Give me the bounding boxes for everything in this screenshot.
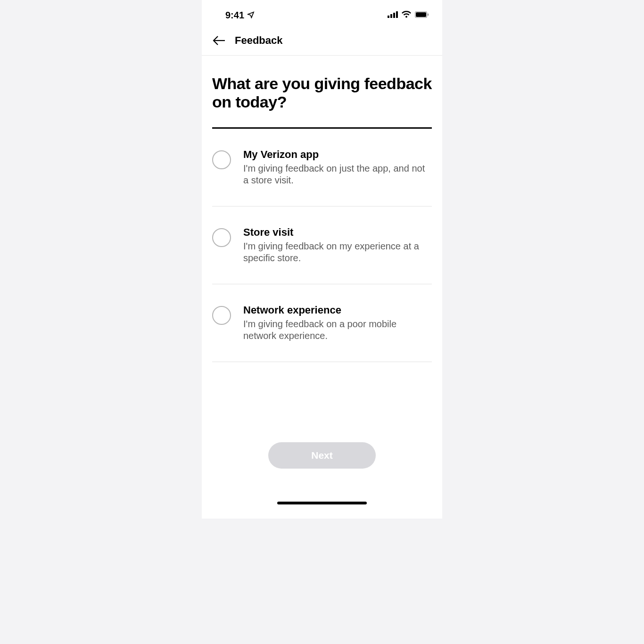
cellular-signal-icon (388, 11, 398, 20)
wifi-icon (402, 11, 411, 20)
option-title: My Verizon app (243, 149, 432, 161)
svg-rect-1 (390, 14, 392, 18)
svg-rect-7 (428, 13, 429, 16)
back-button[interactable] (212, 35, 226, 46)
option-store-visit[interactable]: Store visit I'm giving feedback on my ex… (212, 206, 432, 284)
option-title: Network experience (243, 304, 432, 316)
option-text: Store visit I'm giving feedback on my ex… (243, 226, 432, 264)
status-bar-left: 9:41 (225, 10, 255, 21)
option-text: Network experience I'm giving feedback o… (243, 304, 432, 342)
arrow-left-icon (213, 35, 226, 46)
option-title: Store visit (243, 226, 432, 239)
location-icon (247, 10, 255, 21)
option-description: I'm giving feedback on just the app, and… (243, 163, 432, 186)
option-text: My Verizon app I'm giving feedback on ju… (243, 149, 432, 186)
svg-rect-3 (396, 11, 398, 18)
radio-button[interactable] (212, 150, 231, 169)
nav-bar: Feedback (202, 26, 442, 56)
main-content: What are you giving feedback on today? M… (202, 56, 442, 362)
option-description: I'm giving feedback on a poor mobile net… (243, 318, 432, 342)
next-button[interactable]: Next (268, 442, 376, 469)
option-description: I'm giving feedback on my experience at … (243, 240, 432, 264)
nav-title: Feedback (235, 34, 283, 47)
option-my-verizon-app[interactable]: My Verizon app I'm giving feedback on ju… (212, 129, 432, 206)
page-heading: What are you giving feedback on today? (212, 74, 432, 111)
home-indicator[interactable] (277, 502, 367, 504)
radio-button[interactable] (212, 306, 231, 325)
status-time: 9:41 (225, 10, 244, 21)
svg-rect-2 (393, 13, 395, 18)
radio-button[interactable] (212, 228, 231, 247)
svg-point-4 (405, 16, 407, 18)
battery-icon (415, 11, 429, 20)
svg-rect-6 (416, 12, 426, 17)
phone-screen: 9:41 (202, 0, 442, 519)
svg-rect-0 (388, 16, 389, 18)
status-bar: 9:41 (202, 0, 442, 26)
footer: Next (202, 442, 442, 504)
status-bar-right (388, 11, 429, 20)
option-network-experience[interactable]: Network experience I'm giving feedback o… (212, 284, 432, 362)
